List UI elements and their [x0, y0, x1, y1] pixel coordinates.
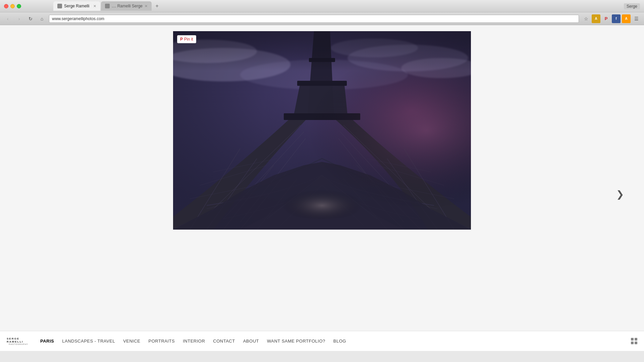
profile-button[interactable]: Serge [624, 3, 640, 9]
forward-button[interactable]: › [15, 14, 23, 23]
tab-1[interactable]: Serge Ramelli ✕ [53, 1, 100, 11]
pinit-button[interactable]: P Pin it [177, 35, 196, 43]
tabs-bar: Serge Ramelli ✕ .... Ramelli Serge ✕ + [26, 1, 189, 11]
tab-1-favicon [57, 4, 62, 8]
pinit-icon: P [180, 37, 183, 42]
extension-icon-2[interactable]: f [612, 14, 621, 23]
reload-button[interactable]: ↻ [26, 14, 35, 23]
address-bar-row: ‹ › ↻ ⌂ www.sergeramelliphotos.com ☆ A P… [0, 12, 644, 25]
title-bar: Serge Ramelli ✕ .... Ramelli Serge ✕ + S… [0, 0, 644, 12]
pinit-label: Pin it [184, 37, 193, 42]
photo-container: P Pin it [173, 31, 471, 230]
site-logo: SERGE RAMELLI PHOTOGRAPHY [7, 335, 34, 348]
nav-portfolio[interactable]: WANT SAME PORTFOLIO? [267, 339, 325, 344]
grid-dot-2 [635, 338, 637, 341]
grid-dot-1 [631, 338, 634, 341]
home-button[interactable]: ⌂ [38, 14, 46, 23]
tab-1-label: Serge Ramelli [64, 4, 89, 8]
address-field[interactable]: www.sergeramelliphotos.com [49, 15, 579, 23]
nav-portraits[interactable]: PORTRAITS [149, 339, 175, 344]
tab-2[interactable]: .... Ramelli Serge ✕ [101, 1, 152, 11]
back-button[interactable]: ‹ [3, 14, 12, 23]
main-nav: PARIS LANDSCAPES - TRAVEL VENICE PORTRAI… [40, 339, 631, 344]
tab-2-close[interactable]: ✕ [145, 4, 148, 8]
grid-dot-3 [631, 342, 634, 344]
grid-view-button[interactable] [631, 338, 637, 344]
svg-rect-18 [173, 31, 471, 230]
tab-2-favicon [105, 4, 110, 8]
logo-tagline: PHOTOGRAPHY [9, 343, 28, 345]
grid-dot-4 [635, 342, 637, 344]
menu-icon[interactable]: ☰ [632, 14, 641, 23]
pinterest-icon[interactable]: P [602, 14, 610, 23]
nav-blog[interactable]: BLOG [333, 339, 346, 344]
new-tab-button[interactable]: + [152, 1, 162, 11]
nav-interior[interactable]: INTERIOR [183, 339, 205, 344]
page-content: P Pin it ❯ SERGE RAMELLI PHOTOGRAPHY PAR… [0, 25, 644, 351]
extension-icon-1[interactable]: A [592, 14, 600, 23]
next-arrow[interactable]: ❯ [616, 189, 624, 200]
tab-2-label: .... Ramelli Serge [112, 4, 143, 8]
nav-paris[interactable]: PARIS [40, 339, 54, 344]
maximize-button[interactable] [17, 4, 21, 8]
tab-1-close[interactable]: ✕ [93, 4, 96, 8]
extension-icon-3[interactable]: A [622, 14, 631, 23]
minimize-button[interactable] [10, 4, 15, 8]
logo-name: SERGE RAMELLI [7, 337, 30, 343]
browser-chrome: Serge Ramelli ✕ .... Ramelli Serge ✕ + S… [0, 0, 644, 25]
eiffel-tower [173, 31, 471, 230]
nav-about[interactable]: ABOUT [243, 339, 259, 344]
toolbar-icons: ☆ A P f A ☰ [582, 14, 641, 23]
logo-image: SERGE RAMELLI PHOTOGRAPHY [7, 335, 30, 348]
footer-nav: SERGE RAMELLI PHOTOGRAPHY PARIS LANDSCAP… [0, 331, 644, 351]
photo-main: P Pin it [173, 31, 471, 230]
window-controls [4, 4, 21, 8]
bookmark-star-icon[interactable]: ☆ [582, 14, 590, 23]
close-button[interactable] [4, 4, 8, 8]
nav-landscapes[interactable]: LANDSCAPES - TRAVEL [62, 339, 115, 344]
nav-contact[interactable]: CONTACT [213, 339, 235, 344]
nav-venice[interactable]: VENICE [123, 339, 140, 344]
url-text: www.sergeramelliphotos.com [52, 16, 104, 21]
